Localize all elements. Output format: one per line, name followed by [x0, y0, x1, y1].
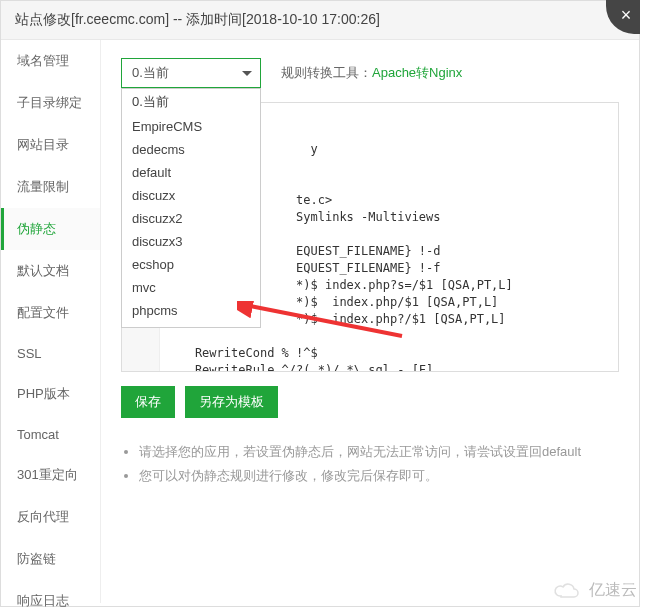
tip-item: 请选择您的应用，若设置伪静态后，网站无法正常访问，请尝试设置回default	[139, 440, 619, 464]
dropdown-option[interactable]: phpcms	[122, 299, 260, 322]
sidebar-item-1[interactable]: 子目录绑定	[1, 82, 100, 124]
sidebar-item-13[interactable]: 响应日志	[1, 580, 100, 607]
template-select[interactable]: 0.当前	[121, 58, 261, 88]
dropdown-option[interactable]: EmpireCMS	[122, 115, 260, 138]
modal-header: 站点修改[fr.ceecmc.com] -- 添加时间[2018-10-10 1…	[1, 1, 639, 40]
dropdown-option[interactable]: discuzx	[122, 184, 260, 207]
sidebar-item-2[interactable]: 网站目录	[1, 124, 100, 166]
sidebar-item-4[interactable]: 伪静态	[1, 208, 100, 250]
save-as-template-button[interactable]: 另存为模板	[185, 386, 278, 418]
sidebar-item-3[interactable]: 流量限制	[1, 166, 100, 208]
dropdown-option[interactable]: discuzx2	[122, 207, 260, 230]
sidebar-item-5[interactable]: 默认文档	[1, 250, 100, 292]
tips-list: 请选择您的应用，若设置伪静态后，网站无法正常访问，请尝试设置回default您可…	[121, 440, 619, 488]
dropdown-option[interactable]: phpwind	[122, 322, 260, 328]
rule-convert-link[interactable]: Apache转Nginx	[372, 65, 462, 80]
sidebar: 域名管理子目录绑定网站目录流量限制伪静态默认文档配置文件SSLPHP版本Tomc…	[1, 40, 101, 603]
template-dropdown[interactable]: 0.当前EmpireCMSdedecmsdefaultdiscuzxdiscuz…	[121, 88, 261, 328]
rule-convert-label: 规则转换工具：	[281, 65, 372, 80]
sidebar-item-8[interactable]: PHP版本	[1, 373, 100, 415]
tip-item: 您可以对伪静态规则进行修改，修改完后保存即可。	[139, 464, 619, 488]
sidebar-item-6[interactable]: 配置文件	[1, 292, 100, 334]
dropdown-option[interactable]: discuzx3	[122, 230, 260, 253]
close-button[interactable]: ×	[606, 0, 640, 34]
dropdown-option[interactable]: default	[122, 161, 260, 184]
dropdown-option[interactable]: dedecms	[122, 138, 260, 161]
dropdown-option[interactable]: 0.当前	[122, 89, 260, 115]
cloud-icon	[551, 581, 585, 601]
sidebar-item-12[interactable]: 防盗链	[1, 538, 100, 580]
sidebar-item-11[interactable]: 反向代理	[1, 496, 100, 538]
dropdown-option[interactable]: ecshop	[122, 253, 260, 276]
sidebar-item-7[interactable]: SSL	[1, 334, 100, 373]
modal-title: 站点修改[fr.ceecmc.com] -- 添加时间[2018-10-10 1…	[15, 11, 380, 27]
save-button[interactable]: 保存	[121, 386, 175, 418]
dropdown-option[interactable]: mvc	[122, 276, 260, 299]
sidebar-item-0[interactable]: 域名管理	[1, 40, 100, 82]
template-select-value: 0.当前	[132, 65, 169, 80]
watermark: 亿速云	[551, 580, 637, 601]
sidebar-item-10[interactable]: 301重定向	[1, 454, 100, 496]
sidebar-item-9[interactable]: Tomcat	[1, 415, 100, 454]
main-panel: 0.当前 0.当前EmpireCMSdedecmsdefaultdiscuzxd…	[101, 40, 639, 603]
